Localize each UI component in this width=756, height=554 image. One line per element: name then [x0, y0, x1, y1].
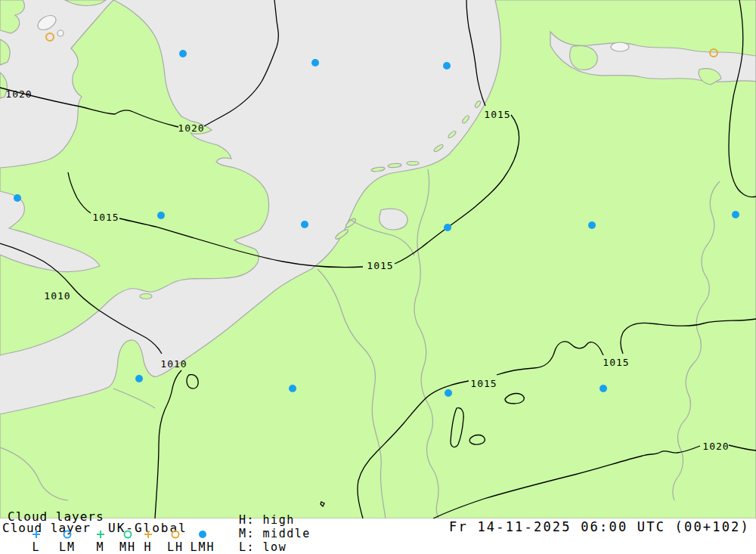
cloud-marker-lmh: [445, 389, 452, 397]
legend-item-l: L: [20, 529, 53, 554]
cloud-marker-lmh: [179, 50, 187, 57]
cloud-marker-lmh: [732, 211, 739, 218]
legend-label: LMH: [186, 540, 219, 554]
weather-map-page: 1020102010151015101510101010101510151020…: [0, 0, 756, 554]
isobar-label: 1020: [178, 122, 204, 134]
cloud-marker-lmh: [301, 221, 308, 228]
isobar-label: 1015: [470, 378, 497, 389]
map-overlay: 1020102010151015101510101010101510151020: [0, 0, 756, 518]
cloud-marker-lmh: [289, 385, 296, 392]
cloud-marker-lmh: [311, 59, 319, 67]
isobar-label: 1010: [160, 358, 187, 370]
cloud-marker-lmh: [444, 224, 451, 231]
cloud-marker-lmh: [14, 194, 21, 202]
key-middle: M: middle: [239, 527, 311, 540]
cloud-low-plus-icon: [31, 529, 42, 540]
cloud-middle-plus-icon: [95, 529, 106, 540]
isobar-label: 1020: [702, 441, 729, 452]
cloud-low-middle-circle-icon: [62, 529, 73, 540]
cloud-marker-lmh: [588, 221, 596, 229]
cloud-high-plus-icon: [143, 529, 153, 540]
cloud-marker-lmh: [443, 62, 451, 70]
isobar-label: 1020: [5, 88, 32, 100]
cloud-all-layers-dot-icon: [197, 529, 208, 540]
isobar-label: 1010: [44, 290, 70, 302]
isobar-label: 1015: [92, 212, 119, 223]
isobar-label: 1015: [603, 357, 629, 368]
legend-item-lm: LM: [51, 529, 84, 554]
cloud-marker-lmh: [157, 212, 165, 219]
cloud-marker-lmh: [600, 385, 607, 392]
cloud-marker-lmh: [135, 375, 143, 382]
key-high: H: high: [239, 513, 295, 527]
isobar-label: 1015: [484, 109, 510, 120]
valid-time: Fr 14-11-2025 06:00 UTC (00+102): [449, 519, 750, 534]
legend-label: L: [20, 540, 53, 554]
isobar-label: 1015: [367, 260, 393, 271]
key-low: L: low: [239, 540, 287, 554]
cloud-marker-lh: [45, 32, 54, 42]
cloud-low-high-circle-icon: [170, 529, 181, 540]
cloud-marker-lh: [709, 48, 718, 57]
legend-item-lmh: LMH: [186, 529, 219, 554]
legend-label: LM: [51, 540, 84, 554]
